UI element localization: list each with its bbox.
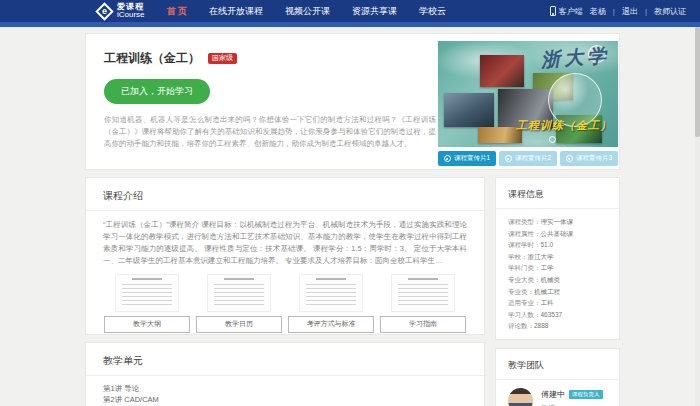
info-major-category: 专业大类：机械类 (508, 274, 607, 286)
study-guide-button[interactable]: 学习指南 (380, 316, 466, 333)
promo-video-2-button[interactable]: 课程宣传片2 (499, 151, 557, 166)
course-intro-body: “工程训练（金工）”课程简介 课程目标：以机械制造过程为平台、机械制造技术为手段… (86, 211, 484, 272)
main-nav: 首 页 在线开放课程 视频公开课 资源共享课 学校云 (167, 5, 447, 18)
unit-list: 第1讲 导论 第2讲 CAD/CAM 第3讲 数车 第4讲 数铣 第5讲 增材制… (86, 376, 484, 406)
nav-resource-share-courses[interactable]: 资源共享课 (352, 5, 397, 18)
info-course-hours: 课程学时：51.0 (508, 239, 607, 251)
teaching-units-heading: 教学单元 (86, 343, 484, 376)
member-info: 傅建中 课程负责人 教授 (541, 388, 603, 406)
banner-ring (549, 136, 556, 143)
info-applicable-major: 适用专业：工科 (508, 297, 607, 309)
course-leader-badge: 课程负责人 (569, 390, 603, 399)
nav-open-courses[interactable]: 在线开放课程 (209, 5, 263, 18)
promo-video-3-label: 课程宣传片3 (576, 154, 612, 163)
teaching-units-card: 教学单元 第1讲 导论 第2讲 CAD/CAM 第3讲 数车 第4讲 数铣 第5… (85, 342, 485, 406)
course-intro-heading: 课程介绍 (86, 178, 484, 211)
course-title: 工程训练（金工） (104, 50, 200, 67)
info-school: 学校：浙江大学 (508, 251, 607, 263)
unit-item-2[interactable]: 第2讲 CAD/CAM (103, 394, 467, 405)
logo-subtitle: iCourse (117, 11, 145, 19)
course-docs-row: 教学大纲 教学日历 考评方式与标准 学习指南 (86, 272, 484, 333)
promo-video-1-button[interactable]: 课程宣传片1 (438, 151, 496, 166)
page-scrollbar[interactable] (695, 27, 700, 406)
course-description: 你知道机器、机器人等是怎么制造出来的吗？你想体验一下它们的制造方法和过程吗？《工… (104, 114, 436, 150)
header-user-area: 客户端 老杨 | 退出 | 教师认证 (550, 0, 686, 22)
course-intro-card: 课程介绍 “工程训练（金工）”课程简介 课程目标：以机械制造过程为平台、机械制造… (85, 177, 485, 335)
scrollbar-thumb[interactable] (695, 27, 700, 137)
promo-video-3-button[interactable]: 课程宣传片3 (560, 151, 618, 166)
promo-video-buttons: 课程宣传片1 课程宣传片2 课程宣传片3 (438, 151, 618, 166)
info-discipline: 学科门类：工学 (508, 262, 607, 274)
course-info-card: 课程信息 课程类型：理实一体课 课程属性：公共基础课 课程学时：51.0 学校：… (495, 177, 620, 340)
icourse-logo[interactable]: e 爱课程 iCourse (98, 3, 145, 20)
info-major-class: 专业类：机械工程 (508, 286, 607, 298)
doc-assessment[interactable]: 考评方式与标准 (286, 274, 376, 333)
assessment-button[interactable]: 考评方式与标准 (288, 316, 374, 333)
document-thumbnail (391, 274, 455, 312)
document-thumbnail (207, 274, 271, 312)
header-separator: | (645, 7, 647, 16)
info-comment-count: 评论数：2888 (508, 320, 607, 332)
banner-course-title: 工程训练（金工） (516, 118, 612, 133)
header-separator: | (613, 7, 615, 16)
doc-study-guide[interactable]: 学习指南 (378, 274, 468, 333)
teaching-team-card: 教学团队 傅建中 课程负责人 教授 (495, 348, 620, 406)
promo-video-2-label: 课程宣传片2 (515, 154, 551, 163)
nav-video-open-courses[interactable]: 视频公开课 (285, 5, 330, 18)
top-navbar: e 爱课程 iCourse 首 页 在线开放课程 视频公开课 资源共享课 学校云… (0, 0, 700, 27)
doc-syllabus[interactable]: 教学大纲 (102, 274, 192, 333)
join-course-button[interactable]: 已加入，开始学习 (104, 79, 210, 104)
teacher-cert-link[interactable]: 教师认证 (654, 6, 686, 17)
info-course-attribute: 课程属性：公共基础课 (508, 228, 607, 240)
client-label: 客户端 (559, 6, 583, 17)
syllabus-button[interactable]: 教学大纲 (104, 316, 190, 333)
logout-link[interactable]: 退出 (622, 6, 638, 17)
teacher-avatar (508, 388, 533, 406)
banner-photo-tile (444, 93, 494, 127)
teaching-team-heading: 教学团队 (496, 349, 619, 380)
national-level-badge: 国家级 (208, 53, 237, 64)
unit-item-1[interactable]: 第1讲 导论 (103, 383, 467, 394)
play-icon (444, 155, 451, 162)
icourse-logo-icon: e (95, 2, 113, 20)
logo-text: 爱课程 iCourse (117, 3, 145, 20)
document-thumbnail (299, 274, 363, 312)
info-course-type: 课程类型：理实一体课 (508, 216, 607, 228)
play-icon (566, 155, 573, 162)
course-info-list: 课程类型：理实一体课 课程属性：公共基础课 课程学时：51.0 学校：浙江大学 … (496, 209, 619, 339)
info-learner-count: 学习人数：463537 (508, 309, 607, 321)
course-hero-card: 工程训练（金工） 国家级 已加入，开始学习 你知道机器、机器人等是怎么制造出来的… (85, 33, 620, 170)
teacher-name[interactable]: 傅建中 (541, 389, 565, 400)
doc-calendar[interactable]: 教学日历 (194, 274, 284, 333)
banner-photo-tile (480, 55, 524, 87)
nav-school-cloud[interactable]: 学校云 (419, 5, 446, 18)
course-banner-image: 浙大学 工程训练（金工） (438, 41, 618, 147)
phone-icon (550, 6, 556, 16)
course-info-heading: 课程信息 (496, 178, 619, 209)
team-member-row[interactable]: 傅建中 课程负责人 教授 (496, 380, 619, 406)
username-link[interactable]: 老杨 (590, 6, 606, 17)
nav-home[interactable]: 首 页 (167, 5, 188, 18)
promo-video-1-label: 课程宣传片1 (454, 154, 490, 163)
play-icon (505, 155, 512, 162)
document-thumbnail (115, 274, 179, 312)
calendar-button[interactable]: 教学日历 (196, 316, 282, 333)
banner-calligraphy: 浙大学 (540, 43, 611, 74)
client-link[interactable]: 客户端 (550, 6, 583, 17)
